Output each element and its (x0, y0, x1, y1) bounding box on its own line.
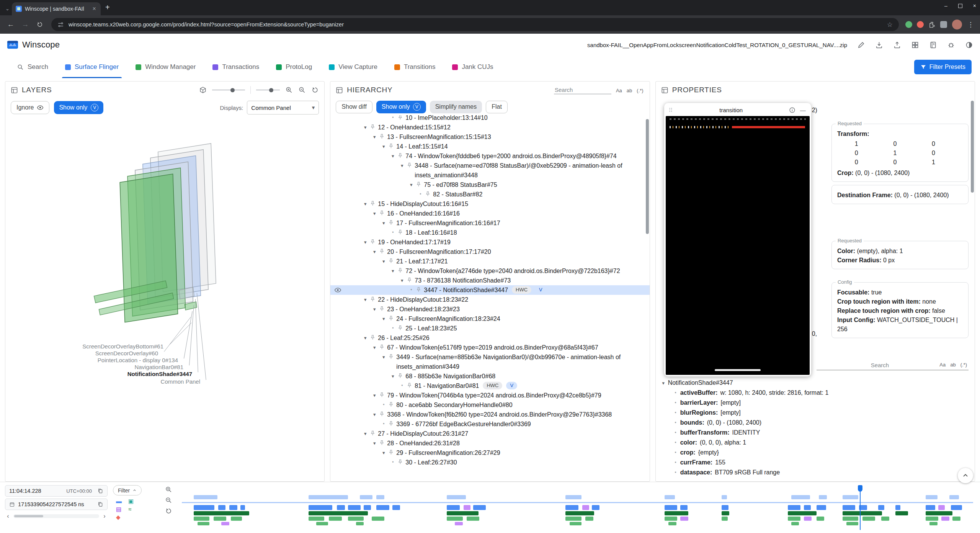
tree-node[interactable]: •82 - StatusBar#82 (330, 190, 649, 199)
tree-node[interactable]: ▾14 - Leaf:15:15#14 (330, 142, 649, 151)
cuj-trace-icon[interactable]: ◆ (116, 514, 125, 521)
tab-search-chevron-icon[interactable]: ⌄ (5, 6, 10, 11)
visibility-eye-icon[interactable] (334, 286, 341, 294)
expand-chevron-icon[interactable]: ▾ (407, 180, 415, 190)
scroll-right-icon[interactable]: › (101, 513, 108, 520)
properties-match-word-icon[interactable]: ab (949, 361, 956, 368)
expand-chevron-icon[interactable]: ▾ (370, 209, 379, 218)
pin-icon[interactable] (388, 257, 396, 264)
hierarchy-search-input[interactable]: Search (554, 86, 611, 94)
pin-icon[interactable] (379, 304, 387, 312)
window-close-button[interactable]: × (973, 3, 976, 9)
filter-presets-button[interactable]: Filter Presets (914, 60, 972, 74)
transactions-trace-icon[interactable]: ▤ (116, 506, 125, 513)
wave-trace-icon[interactable]: ≈ (128, 506, 137, 513)
window-minimize-button[interactable]: – (944, 3, 947, 9)
tree-node[interactable]: ▾20 - FullscreenMagnification:17:17#20 (330, 247, 649, 257)
pin-icon[interactable] (388, 352, 396, 360)
pin-icon[interactable] (415, 180, 424, 188)
rotation-slider[interactable] (212, 90, 245, 90)
timeline-hscroll[interactable] (13, 514, 99, 518)
reset-view-icon[interactable] (311, 86, 319, 94)
address-bar[interactable]: winscope.teams.x20web.corp.google.com/pr… (51, 18, 899, 31)
tab-transactions[interactable]: Transactions (204, 56, 268, 78)
hierarchy-scrollbar[interactable] (646, 119, 649, 234)
property-row[interactable]: •currFrame:155 (659, 458, 972, 468)
tab-surface-flinger[interactable]: Surface Flinger (57, 56, 127, 78)
tab-jank-cujs[interactable]: Jank CUJs (444, 56, 501, 78)
pin-icon[interactable] (369, 123, 378, 130)
expand-chevron-icon[interactable]: ▾ (379, 314, 388, 324)
rect-trace-icon[interactable]: ▬ (116, 498, 125, 505)
expand-chevron-icon[interactable]: ▾ (659, 380, 668, 386)
bookmark-star-icon[interactable]: ☆ (887, 21, 893, 29)
tree-node[interactable]: ▾72 - WindowToken{a2746de type=2040 andr… (330, 266, 649, 276)
pin-icon[interactable] (379, 209, 387, 216)
pin-icon[interactable] (406, 161, 415, 168)
3d-view-icon[interactable] (199, 86, 207, 94)
layer-label[interactable]: ScreenDecorOverlay#60 (5, 350, 158, 356)
tree-node[interactable]: •30 - Leaf:26:27#30 (330, 458, 649, 467)
pin-icon[interactable] (388, 419, 396, 427)
properties-search-input[interactable]: Search (871, 362, 935, 368)
expand-chevron-icon[interactable]: ▾ (370, 391, 379, 400)
tree-node[interactable]: ▾23 - OneHanded:18:23#23 (330, 304, 649, 314)
tree-node[interactable]: ▾24 - FullscreenMagnification:18:23#24 (330, 314, 649, 324)
tree-node[interactable]: •80 - ace6abb SecondaryHomeHandle0#80 (330, 400, 649, 410)
layer-label[interactable]: NavigationBar0#81 (5, 364, 183, 370)
property-row[interactable]: •bufferTransform:IDENTITY (659, 428, 972, 438)
new-tab-button[interactable]: + (105, 3, 110, 12)
layers-trace-icon[interactable]: ▣ (128, 498, 137, 505)
pin-icon[interactable] (425, 190, 433, 197)
tree-node[interactable]: ▾3448 - Surface(name=ed70f88 StatusBar)/… (330, 161, 649, 180)
expand-chevron-icon[interactable]: ▾ (379, 352, 388, 362)
displays-select[interactable]: Common Panel ▾ (247, 101, 319, 114)
hierarchy-button-show-diff[interactable]: Show diff (336, 101, 372, 113)
pin-icon[interactable] (369, 333, 378, 341)
back-button[interactable]: ← (4, 20, 18, 29)
property-row[interactable]: •crop:{empty} (659, 448, 972, 458)
layers-3d-canvas[interactable]: ScreenDecorOverlayBottom#61ScreenDecorOv… (5, 117, 324, 481)
timeline-filter-button[interactable]: Filter (113, 485, 142, 495)
pin-icon[interactable] (388, 142, 396, 149)
screenshot-card[interactable]: transition — (664, 103, 811, 376)
expand-chevron-icon[interactable]: ▾ (389, 371, 397, 381)
tree-node[interactable]: ▾16 - OneHanded:16:16#16 (330, 209, 649, 218)
pin-icon[interactable] (397, 115, 405, 121)
expand-chevron-icon[interactable]: ▾ (361, 199, 369, 209)
expand-chevron-icon[interactable]: ▾ (370, 343, 379, 352)
expand-chevron-icon[interactable]: ▾ (379, 448, 388, 458)
browser-menu-icon[interactable]: ⋮ (967, 21, 974, 29)
expand-chevron-icon[interactable]: ▾ (361, 429, 369, 438)
pin-icon[interactable] (388, 218, 396, 226)
tab-transitions[interactable]: Transitions (386, 56, 444, 78)
property-row[interactable]: •barrierLayer:[empty] (659, 398, 972, 408)
layer-label[interactable]: ScreenDecorOverlayBottom#61 (5, 343, 163, 350)
expand-chevron-icon[interactable]: ▾ (389, 151, 397, 161)
pin-icon[interactable] (406, 276, 415, 283)
tree-node[interactable]: •3447 - NotificationShade#3447HWCV (330, 285, 649, 295)
pin-icon[interactable] (415, 285, 424, 293)
pin-icon[interactable] (406, 381, 415, 389)
property-node-row[interactable]: ▾ NotificationShade#3447 (659, 378, 972, 388)
pin-icon[interactable] (397, 228, 405, 235)
timeline-zoom-out-icon[interactable] (165, 497, 172, 504)
tree-node[interactable]: ▾75 - ed70f88 StatusBar#75 (330, 180, 649, 190)
ignore-toggle[interactable]: Ignore (11, 101, 49, 114)
pin-icon[interactable] (369, 295, 378, 302)
pin-icon[interactable] (379, 343, 387, 350)
expand-chevron-icon[interactable]: ▾ (361, 295, 369, 304)
upload-icon[interactable] (893, 41, 901, 49)
timeline-scrubber[interactable] (860, 485, 861, 530)
pin-icon[interactable] (388, 448, 396, 456)
properties-match-case-icon[interactable]: Aa (939, 361, 946, 368)
collapse-timeline-button[interactable] (958, 468, 973, 483)
tab-window-manager[interactable]: Window Manager (127, 56, 204, 78)
expand-chevron-icon[interactable]: ▾ (361, 237, 369, 247)
pin-icon[interactable] (388, 400, 396, 408)
extensions-puzzle-icon[interactable] (928, 21, 936, 28)
reload-button[interactable] (33, 21, 47, 28)
expand-chevron-icon[interactable]: ▾ (370, 132, 379, 142)
pin-icon[interactable] (379, 438, 387, 446)
pin-icon[interactable] (369, 199, 378, 207)
